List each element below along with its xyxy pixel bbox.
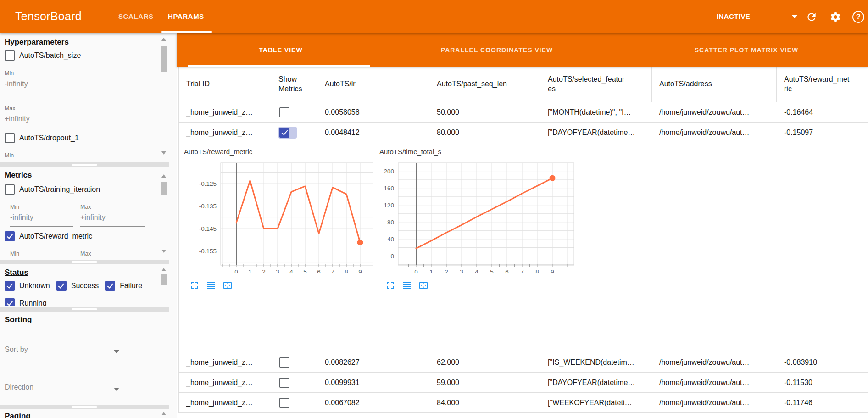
- scrollbar-thumb[interactable]: [161, 182, 167, 195]
- param-dropout[interactable]: AutoTS/dropout_1: [5, 133, 79, 143]
- max-input[interactable]: +infinity: [80, 213, 106, 222]
- scroll-up-icon[interactable]: [161, 412, 166, 415]
- scroll-down-icon[interactable]: [161, 151, 166, 155]
- scroll-up-icon[interactable]: [161, 268, 166, 271]
- show-metrics-checkbox[interactable]: [279, 357, 289, 368]
- show-metrics-cell: [278, 397, 290, 409]
- show-metrics-checkbox[interactable]: [279, 128, 289, 138]
- status-checkbox[interactable]: [105, 281, 115, 291]
- metric-training-iteration[interactable]: AutoTS/training_iteration: [5, 184, 100, 195]
- max-label: Max: [80, 251, 91, 257]
- cell-reward-metric: -0.11746: [777, 393, 868, 412]
- chevron-down-icon[interactable]: [114, 388, 119, 391]
- toggle-table-icon[interactable]: [206, 280, 217, 291]
- status-checkbox[interactable]: [5, 298, 15, 306]
- show-metrics-checkbox[interactable]: [279, 398, 289, 408]
- cell-trial-id: _home_junweid_z…: [179, 123, 271, 143]
- tab-table-view[interactable]: TABLE VIEW: [259, 46, 302, 54]
- show-metrics-checkbox[interactable]: [279, 378, 289, 388]
- svg-text:9: 9: [358, 268, 362, 273]
- sort-by-select[interactable]: Sort by: [5, 346, 28, 354]
- show-metrics-checkbox[interactable]: [279, 107, 289, 117]
- gear-icon[interactable]: [829, 11, 841, 23]
- direction-select[interactable]: Direction: [5, 383, 33, 391]
- scrollbar[interactable]: [160, 267, 167, 305]
- scrollbar[interactable]: [160, 37, 167, 160]
- cell-address: /home/junweid/zouwu/aut…: [652, 393, 777, 412]
- metrics-section: Metrics AutoTS/training_iteration Min Ma…: [0, 167, 177, 260]
- min-input[interactable]: -infinity: [5, 80, 28, 88]
- sorting-heading: Sorting: [5, 315, 32, 324]
- reset-zoom-icon[interactable]: [418, 280, 429, 291]
- status-checkbox[interactable]: [5, 281, 15, 291]
- status-option-success[interactable]: Success: [56, 281, 99, 291]
- expand-icon[interactable]: [189, 280, 200, 291]
- min-input[interactable]: -infinity: [10, 213, 33, 222]
- chart-title: AutoTS/time_total_s: [379, 148, 441, 156]
- run-status-dropdown[interactable]: INACTIVE: [716, 0, 803, 33]
- reward-metric-checkbox[interactable]: [5, 231, 15, 241]
- table-row: _home_junweid_z…0.005805850.000["MONTH(d…: [179, 102, 868, 123]
- status-option-failure[interactable]: Failure: [105, 281, 142, 291]
- column-header-autots-selected-features[interactable]: AutoTS/selected_features: [540, 67, 652, 102]
- section-resize-handle[interactable]: [0, 260, 169, 264]
- cell-past-seq-len: 62.000: [429, 352, 540, 372]
- status-checkbox[interactable]: [56, 281, 67, 291]
- scrollbar-thumb[interactable]: [161, 46, 167, 72]
- refresh-icon[interactable]: [806, 11, 818, 23]
- column-header-trial-id[interactable]: Trial ID: [179, 67, 271, 102]
- column-header-autots-past-seq-len[interactable]: AutoTS/past_seq_len: [429, 67, 540, 102]
- cell-address: /home/junweid/zouwu/aut…: [652, 102, 777, 122]
- dropout-checkbox[interactable]: [5, 133, 15, 143]
- svg-text:200: 200: [384, 168, 394, 175]
- metric-reward-metric[interactable]: AutoTS/reward_metric: [5, 231, 92, 241]
- column-header-autots-lr[interactable]: AutoTS/lr: [317, 67, 429, 102]
- sidebar: Hyperparameters AutoTS/batch_size Min -i…: [0, 33, 177, 418]
- tab-scalars[interactable]: SCALARS: [118, 12, 154, 20]
- reward-metric-chart: -0.125-0.135-0.145-0.1550123456789: [183, 158, 376, 273]
- section-resize-handle[interactable]: [0, 405, 169, 409]
- reset-zoom-icon[interactable]: [222, 280, 233, 291]
- cell-show-metrics: [271, 393, 317, 412]
- input-underline: [10, 226, 73, 227]
- tab-scatter-plot-matrix-view[interactable]: SCATTER PLOT MATRIX VIEW: [695, 46, 798, 54]
- section-resize-handle[interactable]: [0, 162, 169, 167]
- chart-toolbar: [385, 280, 429, 291]
- training-iteration-checkbox[interactable]: [5, 184, 15, 195]
- status-section: Status UnknownSuccessFailureRunning: [0, 264, 177, 307]
- help-icon[interactable]: ?: [852, 11, 864, 23]
- scrollbar[interactable]: [160, 173, 167, 256]
- section-resize-handle[interactable]: [0, 307, 169, 312]
- toggle-table-icon[interactable]: [401, 280, 412, 291]
- chevron-down-icon[interactable]: [114, 350, 119, 353]
- param-batch-size[interactable]: AutoTS/batch_size: [5, 50, 81, 61]
- column-header-autots-reward-metric[interactable]: AutoTS/reward_metric: [777, 67, 868, 102]
- batch-size-checkbox[interactable]: [5, 50, 15, 61]
- scroll-up-icon[interactable]: [161, 38, 166, 41]
- scrollbar[interactable]: [160, 411, 167, 418]
- cell-reward-metric: -0.15097: [777, 123, 868, 143]
- table-row: _home_junweid_z…0.008262762.000["IS_WEEK…: [179, 352, 868, 373]
- table-row: _home_junweid_z…0.004841280.000["DAYOFYE…: [179, 123, 868, 143]
- hyperparameters-section: Hyperparameters AutoTS/batch_size Min -i…: [0, 33, 177, 162]
- expand-icon[interactable]: [385, 280, 396, 291]
- status-option-running[interactable]: Running: [5, 298, 47, 306]
- svg-text:40: 40: [387, 236, 394, 243]
- svg-text:6: 6: [317, 268, 321, 273]
- expanded-metrics-row: AutoTS/reward_metric-0.125-0.135-0.145-0…: [179, 143, 868, 352]
- cell-past-seq-len: 50.000: [429, 102, 540, 122]
- max-input[interactable]: +infinity: [5, 115, 30, 123]
- status-label: Unknown: [19, 282, 50, 290]
- cell-trial-id: _home_junweid_z…: [179, 352, 271, 372]
- status-option-unknown[interactable]: Unknown: [5, 281, 50, 291]
- column-header-show-metrics[interactable]: Show Metrics: [271, 67, 317, 102]
- column-header-autots-address[interactable]: AutoTS/address: [652, 67, 777, 102]
- svg-text:160: 160: [384, 185, 394, 192]
- tab-hparams[interactable]: HPARAMS: [168, 12, 204, 20]
- tab-parallel-coordinates-view[interactable]: PARALLEL COORDINATES VIEW: [441, 46, 553, 54]
- scroll-down-icon[interactable]: [161, 250, 166, 253]
- scroll-up-icon[interactable]: [161, 174, 166, 178]
- svg-text:1: 1: [248, 268, 252, 273]
- show-metrics-cell: [278, 357, 290, 368]
- scrollbar-thumb[interactable]: [161, 274, 167, 285]
